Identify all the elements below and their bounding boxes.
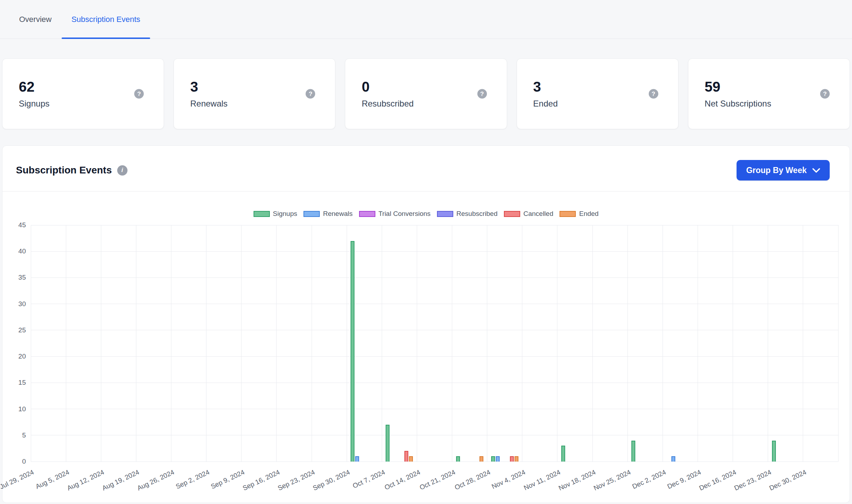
panel-title-wrap: Subscription Events i xyxy=(16,160,127,181)
legend-item-renewals[interactable]: Renewals xyxy=(303,210,352,218)
y-axis-tick-label: 15 xyxy=(2,378,26,387)
gridline-horizontal xyxy=(31,251,838,252)
group-by-week-label: Group By Week xyxy=(746,166,807,175)
x-axis-tick-label: Sep 23, 2024 xyxy=(277,468,316,492)
x-axis-tick-label: Oct 7, 2024 xyxy=(352,468,386,490)
legend-swatch xyxy=(303,211,320,217)
x-axis-tick-label: Dec 30, 2024 xyxy=(768,468,808,492)
gridline-horizontal xyxy=(31,462,838,462)
stat-card-resubscribed: 0 Resubscribed ? xyxy=(345,58,507,129)
gridline-horizontal xyxy=(31,277,838,278)
help-icon[interactable]: ? xyxy=(649,89,658,99)
bar-signups[interactable] xyxy=(631,441,635,462)
legend-swatch xyxy=(359,211,375,217)
help-icon[interactable]: ? xyxy=(134,89,144,99)
gridline-vertical xyxy=(803,225,803,462)
legend-label: Signups xyxy=(273,210,297,218)
info-icon[interactable]: i xyxy=(117,165,127,176)
legend-item-trial-conversions[interactable]: Trial Conversions xyxy=(359,210,431,218)
subscription-events-panel: Subscription Events i Group By Week Sign… xyxy=(2,145,850,503)
bar-cancelled[interactable] xyxy=(510,456,514,462)
stat-label: Renewals xyxy=(190,99,335,109)
x-axis-tick-label: Oct 21, 2024 xyxy=(418,468,456,492)
group-by-week-button[interactable]: Group By Week xyxy=(737,160,830,181)
y-axis-tick-label: 5 xyxy=(2,431,26,440)
bar-renewals[interactable] xyxy=(496,456,500,462)
stat-label: Net Subscriptions xyxy=(705,99,850,109)
bar-ended[interactable] xyxy=(515,456,518,462)
chart-legend: SignupsRenewalsTrial ConversionsResubscr… xyxy=(2,210,850,218)
gridline-horizontal xyxy=(31,330,838,330)
gridline-vertical xyxy=(768,225,768,462)
legend-item-cancelled[interactable]: Cancelled xyxy=(504,210,553,218)
y-axis-tick-label: 25 xyxy=(2,326,26,334)
gridline-horizontal xyxy=(31,225,838,225)
x-axis-tick-label: Nov 25, 2024 xyxy=(592,468,632,492)
bar-signups[interactable] xyxy=(351,241,354,462)
x-axis-tick-label: Jul 29, 2024 xyxy=(0,468,35,491)
tab-subscription-events[interactable]: Subscription Events xyxy=(62,0,150,39)
gridline-horizontal xyxy=(31,383,838,383)
tab-overview[interactable]: Overview xyxy=(9,0,62,39)
gridline-vertical xyxy=(136,225,136,462)
bar-signups[interactable] xyxy=(772,441,776,462)
gridline-vertical xyxy=(663,225,663,462)
gridline-vertical xyxy=(66,225,66,462)
y-axis-tick-label: 45 xyxy=(2,221,26,229)
legend-item-ended[interactable]: Ended xyxy=(560,210,598,218)
x-axis-tick-label: Aug 26, 2024 xyxy=(136,468,176,492)
tab-bar: Overview Subscription Events xyxy=(0,0,852,39)
bar-signups[interactable] xyxy=(386,425,390,462)
subscription-events-bar-chart: 051015202530354045Jul 29, 2024Aug 5, 202… xyxy=(2,221,850,502)
stat-label: Resubscribed xyxy=(362,99,506,109)
panel-title: Subscription Events xyxy=(16,165,112,176)
x-axis-tick-label: Nov 18, 2024 xyxy=(557,468,597,492)
gridline-horizontal xyxy=(31,356,838,357)
bar-ended[interactable] xyxy=(479,456,483,462)
gridline-vertical xyxy=(733,225,733,462)
y-axis-tick-label: 30 xyxy=(2,300,26,308)
gridline-vertical xyxy=(101,225,101,462)
bar-renewals[interactable] xyxy=(355,456,359,462)
bar-signups[interactable] xyxy=(456,456,460,462)
help-icon[interactable]: ? xyxy=(477,89,487,99)
x-axis-tick-label: Aug 5, 2024 xyxy=(34,468,70,491)
gridline-horizontal xyxy=(31,304,838,304)
stat-card-ended: 3 Ended ? xyxy=(517,58,678,129)
bar-cancelled[interactable] xyxy=(404,451,408,462)
bar-signups[interactable] xyxy=(491,456,495,462)
x-axis-tick-label: Dec 2, 2024 xyxy=(631,468,667,491)
y-axis-tick-label: 20 xyxy=(2,352,26,361)
bar-signups[interactable] xyxy=(561,446,565,462)
gridline-vertical xyxy=(206,225,206,462)
gridline-horizontal xyxy=(31,435,838,435)
stat-cards-row: 62 Signups ? 3 Renewals ? 0 Resubscribed… xyxy=(0,58,852,129)
stat-card-net-subscriptions: 59 Net Subscriptions ? xyxy=(688,58,850,129)
legend-swatch xyxy=(504,211,520,217)
gridline-vertical xyxy=(417,225,417,462)
x-axis-tick-label: Sep 30, 2024 xyxy=(312,468,351,492)
gridline-vertical xyxy=(31,225,31,462)
gridline-vertical xyxy=(452,225,452,462)
help-icon[interactable]: ? xyxy=(306,89,315,99)
legend-item-resubscribed[interactable]: Resubscribed xyxy=(437,210,498,218)
gridline-vertical xyxy=(592,225,593,462)
bar-ended[interactable] xyxy=(409,456,413,462)
x-axis-tick-label: Sep 9, 2024 xyxy=(210,468,246,491)
y-axis-tick-label: 40 xyxy=(2,247,26,256)
gridline-vertical xyxy=(276,225,277,462)
x-axis-tick-label: Dec 9, 2024 xyxy=(666,468,702,491)
legend-item-signups[interactable]: Signups xyxy=(254,210,297,218)
gridline-vertical xyxy=(522,225,522,462)
help-icon[interactable]: ? xyxy=(820,89,830,99)
legend-label: Trial Conversions xyxy=(379,210,431,218)
gridline-vertical xyxy=(382,225,382,462)
gridline-vertical xyxy=(627,225,628,462)
gridline-vertical xyxy=(838,225,839,462)
gridline-vertical xyxy=(241,225,242,462)
bar-renewals[interactable] xyxy=(671,456,675,462)
stat-card-renewals: 3 Renewals ? xyxy=(174,58,335,129)
y-axis-tick-label: 0 xyxy=(2,457,26,466)
stat-label: Ended xyxy=(533,99,678,109)
x-axis-tick-label: Nov 4, 2024 xyxy=(490,468,527,491)
